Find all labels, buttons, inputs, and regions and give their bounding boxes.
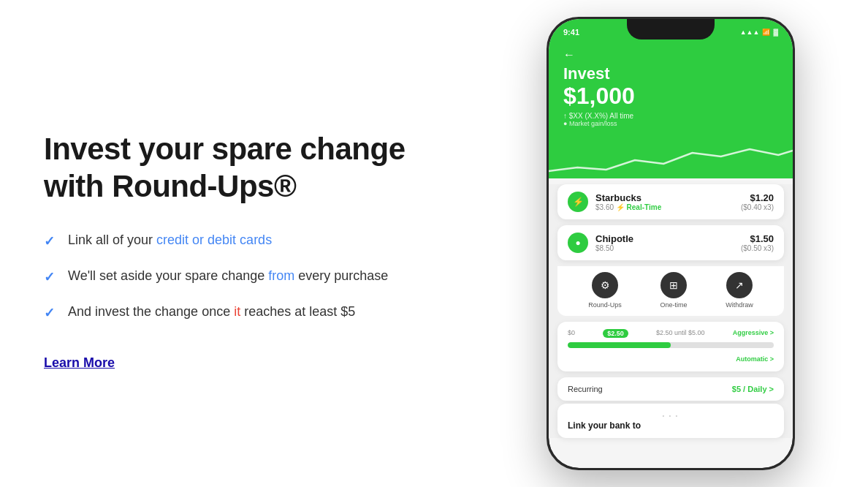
phone-notch: [627, 19, 715, 39]
starbucks-right: $1.20 ($0.40 x3): [741, 192, 774, 211]
progress-labels: $0 $2.50 $2.50 until $5.00 Aggressive >: [568, 329, 774, 338]
transaction-row-starbucks: ⚡ Starbucks $3.60 ⚡ Real-Time $1.20 ($0.…: [568, 192, 774, 212]
chipotle-amount: $8.50: [595, 244, 633, 252]
battery-icon: ▓: [773, 29, 778, 36]
check-icon-1: ✓: [44, 233, 55, 251]
action-onetime[interactable]: ⊞ One-time: [660, 272, 687, 309]
transaction-card-chipotle: ● Chipotle $8.50 $1.50 ($0.50 x3): [557, 225, 784, 260]
left-section: Invest your spare changewith Round-Ups® …: [44, 116, 517, 370]
withdraw-label: Withdraw: [726, 301, 753, 309]
starbucks-roundup: $1.20: [741, 192, 774, 203]
onetime-btn-icon: ⊞: [660, 272, 687, 298]
roundups-label: Round-Ups: [588, 301, 622, 309]
bottom-card: • • • Link your bank to: [557, 404, 784, 438]
progress-aggressive[interactable]: Aggressive >: [733, 329, 774, 338]
chipotle-info: Chipotle $8.50: [595, 233, 633, 252]
check-icon-3: ✓: [44, 304, 55, 322]
tx-left-starbucks: ⚡ Starbucks $3.60 ⚡ Real-Time: [568, 192, 661, 212]
invest-subtitle: ● Market gain/loss: [563, 120, 778, 127]
recurring-area[interactable]: Recurring $5 / Daily >: [557, 377, 784, 401]
feature-item-2: ✓ We'll set aside your spare change from…: [44, 267, 473, 287]
check-icon-2: ✓: [44, 268, 55, 287]
onetime-label: One-time: [660, 301, 687, 309]
chart-area: [549, 142, 793, 178]
status-time: 9:41: [563, 28, 579, 37]
progress-start: $0: [568, 329, 575, 338]
transaction-card-starbucks: ⚡ Starbucks $3.60 ⚡ Real-Time $1.20 ($0.…: [557, 184, 784, 219]
feature-item-3: ✓ And invest the change once it reaches …: [44, 303, 473, 322]
app-header: ← Invest $1,000 ↑ $XX (X.X%) All time ● …: [549, 42, 793, 142]
roundups-btn-icon: ⚙: [592, 272, 618, 298]
action-roundups[interactable]: ⚙ Round-Ups: [588, 272, 622, 309]
action-withdraw[interactable]: ↗ Withdraw: [726, 272, 753, 309]
invest-label: Invest: [563, 64, 778, 83]
tx-left-chipotle: ● Chipotle $8.50: [568, 233, 633, 253]
recurring-label: Recurring: [568, 385, 603, 393]
feature-text-3: And invest the change once it reaches at…: [68, 303, 355, 321]
recurring-value: $5 / Daily >: [732, 385, 774, 393]
features-list: ✓ Link all of your credit or debit cards…: [44, 231, 473, 323]
starbucks-multiplier: ($0.40 x3): [741, 203, 774, 211]
chipotle-icon: ●: [568, 233, 588, 253]
dots: • • •: [568, 411, 774, 420]
feature-item-1: ✓ Link all of your credit or debit cards: [44, 231, 473, 251]
progress-automatic[interactable]: Automatic >: [736, 355, 774, 363]
starbucks-name: Starbucks: [595, 192, 661, 203]
progress-area: $0 $2.50 $2.50 until $5.00 Aggressive > …: [557, 322, 784, 371]
highlight-it: it: [234, 304, 240, 319]
status-icons: ▲▲▲ 📶 ▓: [740, 29, 778, 36]
transaction-row-chipotle: ● Chipotle $8.50 $1.50 ($0.50 x3): [568, 233, 774, 253]
progress-current: $2.50: [603, 329, 628, 338]
starbucks-amount: $3.60 ⚡ Real-Time: [595, 203, 661, 211]
highlight-credit-debit: credit or debit cards: [156, 233, 272, 247]
progress-end: $2.50 until $5.00: [656, 329, 705, 338]
learn-more-link[interactable]: Learn More: [44, 355, 115, 370]
page-container: Invest your spare changewith Round-Ups® …: [0, 0, 868, 487]
wifi-icon: 📶: [762, 29, 770, 36]
progress-bar-fill: [568, 342, 671, 348]
chipotle-roundup: $1.50: [741, 233, 774, 244]
back-button[interactable]: ←: [563, 48, 778, 61]
signal-icon: ▲▲▲: [740, 29, 760, 36]
link-bank-text: Link your bank to: [568, 420, 774, 431]
progress-bar-track: [568, 342, 774, 348]
highlight-from: from: [268, 268, 294, 283]
starbucks-realtime: ⚡ Real-Time: [616, 203, 661, 211]
phone-mockup: 9:41 ▲▲▲ 📶 ▓ ← Invest $1,000 ↑ $XX (X.X%…: [547, 17, 795, 470]
feature-text-1: Link all of your credit or debit cards: [68, 231, 272, 249]
headline: Invest your spare changewith Round-Ups®: [44, 131, 473, 205]
phone-screen: 9:41 ▲▲▲ 📶 ▓ ← Invest $1,000 ↑ $XX (X.X%…: [549, 19, 793, 468]
chipotle-right: $1.50 ($0.50 x3): [741, 233, 774, 252]
invest-change: ↑ $XX (X.X%) All time: [563, 112, 778, 120]
transactions-area: ⚡ Starbucks $3.60 ⚡ Real-Time $1.20 ($0.…: [549, 184, 793, 438]
right-section: 9:41 ▲▲▲ 📶 ▓ ← Invest $1,000 ↑ $XX (X.X%…: [517, 17, 824, 470]
invest-amount: $1,000: [563, 83, 778, 109]
withdraw-btn-icon: ↗: [726, 272, 753, 298]
feature-text-2: We'll set aside your spare change from e…: [68, 267, 388, 285]
chipotle-multiplier: ($0.50 x3): [741, 244, 774, 252]
chipotle-name: Chipotle: [595, 233, 633, 244]
starbucks-info: Starbucks $3.60 ⚡ Real-Time: [595, 192, 661, 211]
starbucks-icon: ⚡: [568, 192, 588, 212]
